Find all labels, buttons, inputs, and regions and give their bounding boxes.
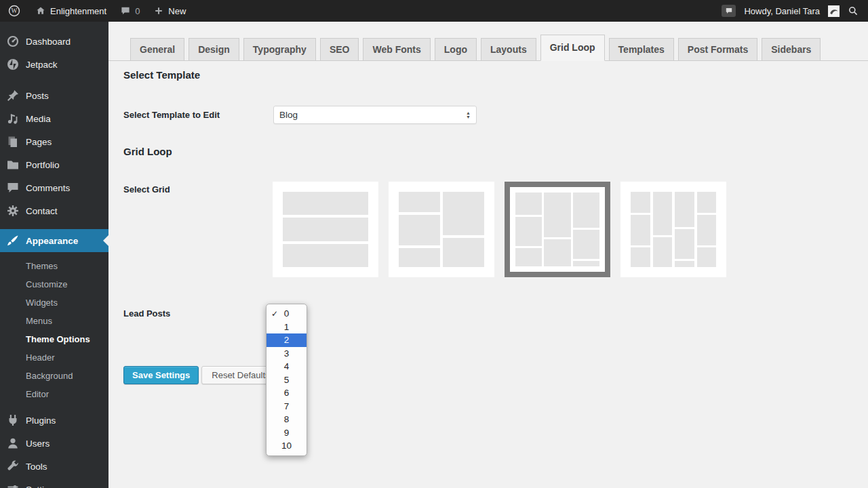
grid-thumb-block — [573, 230, 599, 259]
menu-separator — [0, 76, 108, 84]
submenu-item-background[interactable]: Background — [0, 367, 108, 385]
brush-icon — [6, 234, 20, 247]
admin-menu: DashboardJetpackPostsMediaPagesPortfolio… — [0, 22, 108, 488]
sidebar-item-contact[interactable]: Contact — [0, 199, 108, 222]
avatar[interactable] — [828, 5, 840, 17]
tab-typography[interactable]: Typography — [243, 38, 316, 61]
grid-thumb-block — [399, 248, 440, 267]
lead-posts-option-9[interactable]: 9 — [267, 426, 307, 440]
sidebar-item-settings[interactable]: Settings — [0, 478, 108, 488]
grid-thumb-column — [443, 192, 484, 267]
sidebar-item-label: Posts — [26, 91, 49, 101]
option-value: 0 — [284, 308, 290, 319]
grid-option-4[interactable] — [620, 182, 726, 277]
lead-posts-option-4[interactable]: 4 — [267, 360, 307, 373]
lead-posts-dropdown: ✓012345678910 — [266, 304, 307, 456]
sidebar-item-label: Plugins — [26, 415, 56, 426]
option-value: 5 — [284, 375, 290, 385]
lead-posts-option-8[interactable]: 8 — [267, 413, 307, 426]
submenu-item-header[interactable]: Header — [0, 348, 108, 367]
sidebar-item-portfolio[interactable]: Portfolio — [0, 153, 108, 176]
tab-grid-loop[interactable]: Grid Loop — [540, 35, 605, 61]
wordpress-logo-icon[interactable]: W — [0, 0, 28, 22]
grid-option-3-selected[interactable] — [505, 182, 610, 277]
tab-design[interactable]: Design — [189, 38, 239, 61]
grid-option-1[interactable] — [273, 182, 378, 277]
feedback-bubble-icon[interactable] — [722, 5, 736, 17]
lead-posts-option-5[interactable]: 5 — [267, 373, 307, 387]
tab-post-formats[interactable]: Post Formats — [678, 38, 757, 61]
lead-posts-option-0[interactable]: ✓0 — [267, 307, 307, 321]
grid-field-label: Select Grid — [123, 184, 170, 195]
submenu-item-editor[interactable]: Editor — [0, 385, 108, 403]
option-value: 10 — [281, 441, 292, 451]
appearance-submenu: ThemesCustomizeWidgetsMenusTheme Options… — [0, 252, 108, 409]
grid-thumb-block — [631, 247, 650, 267]
submenu-item-menus[interactable]: Menus — [0, 312, 108, 330]
option-value: 8 — [284, 414, 290, 424]
sidebar-item-users[interactable]: Users — [0, 432, 108, 455]
sidebar-item-dashboard[interactable]: Dashboard — [0, 30, 108, 53]
lead-posts-option-3[interactable]: 3 — [267, 347, 307, 361]
option-value: 7 — [284, 401, 290, 411]
tab-web-fonts[interactable]: Web Fonts — [363, 38, 430, 61]
tab-layouts[interactable]: Layouts — [481, 38, 536, 61]
save-settings-button[interactable]: Save Settings — [123, 366, 199, 384]
tab-seo[interactable]: SEO — [320, 38, 359, 61]
admin-bar: W Enlightenment 0 New Howdy, Daniel Tara — [0, 0, 868, 22]
grid-thumb-column — [675, 192, 694, 267]
search-icon[interactable] — [848, 5, 859, 16]
grid-thumb-column — [544, 192, 570, 266]
sidebar-item-media[interactable]: Media — [0, 107, 108, 130]
submenu-item-themes[interactable]: Themes — [0, 257, 108, 275]
grid-thumb-block — [675, 261, 694, 267]
option-value: 1 — [284, 322, 290, 332]
plus-icon — [153, 5, 164, 16]
sidebar-item-pages[interactable]: Pages — [0, 130, 108, 153]
sidebar-item-label: Appearance — [26, 236, 78, 246]
grid-thumb-column — [631, 192, 650, 267]
grid-thumb-block — [631, 192, 650, 213]
form-buttons: Save Settings Reset Defaults — [123, 366, 280, 384]
template-select[interactable]: Blog ▲▼ — [273, 106, 477, 124]
comments-shortcut[interactable]: 0 — [113, 0, 146, 22]
lead-posts-option-10[interactable]: 10 — [267, 439, 307, 453]
tab-general[interactable]: General — [130, 38, 184, 61]
grid-option-2[interactable] — [389, 182, 494, 277]
sidebar-item-appearance[interactable]: Appearance — [0, 229, 108, 252]
sidebar-item-jetpack[interactable]: Jetpack — [0, 53, 108, 76]
menu-separator — [0, 222, 108, 229]
portfolio-icon — [6, 158, 20, 171]
user-icon — [6, 436, 20, 450]
submenu-item-theme-options[interactable]: Theme Options — [0, 330, 108, 348]
grid-thumb-block — [399, 192, 440, 212]
option-value: 2 — [284, 335, 290, 345]
sidebar-item-tools[interactable]: Tools — [0, 455, 108, 478]
svg-text:W: W — [12, 7, 18, 14]
new-content-button[interactable]: New — [146, 0, 193, 22]
lead-posts-option-2[interactable]: 2 — [267, 333, 307, 347]
site-name-link[interactable]: Enlightenment — [28, 0, 113, 22]
tab-sidebars[interactable]: Sidebars — [762, 38, 821, 61]
jetpack-icon — [6, 58, 20, 71]
lead-posts-option-1[interactable]: 1 — [267, 321, 307, 334]
lead-posts-option-6[interactable]: 6 — [267, 386, 307, 400]
sidebar-item-label: Comments — [26, 183, 70, 193]
submenu-item-customize[interactable]: Customize — [0, 275, 108, 293]
option-value: 6 — [284, 388, 290, 398]
option-value: 4 — [284, 361, 290, 371]
sidebar-item-plugins[interactable]: Plugins — [0, 409, 108, 432]
grid-thumb-block — [515, 248, 542, 266]
grid-thumb-block — [697, 215, 717, 245]
tab-templates[interactable]: Templates — [609, 38, 674, 61]
template-selected-value: Blog — [279, 110, 466, 120]
comment-bubble-icon — [120, 5, 131, 16]
grid-thumb-column — [399, 192, 440, 267]
howdy-account-link[interactable]: Howdy, Daniel Tara — [744, 6, 820, 16]
tab-logo[interactable]: Logo — [435, 38, 477, 61]
wrench-icon — [6, 460, 20, 473]
lead-posts-option-7[interactable]: 7 — [267, 400, 307, 413]
submenu-item-widgets[interactable]: Widgets — [0, 293, 108, 312]
sidebar-item-posts[interactable]: Posts — [0, 84, 108, 107]
sidebar-item-comments[interactable]: Comments — [0, 176, 108, 199]
